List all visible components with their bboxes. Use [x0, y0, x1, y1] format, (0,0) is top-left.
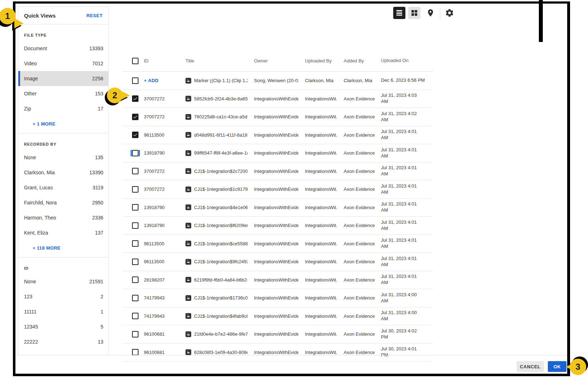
filter-item[interactable]: Fairchild, Nora 2950	[18, 195, 108, 210]
filter-item-count: 153	[95, 91, 103, 96]
row-id: 96100681	[144, 331, 165, 337]
row-title: CJ1$-1ntegration$1c91797...	[194, 186, 248, 192]
row-checkbox[interactable]	[132, 77, 138, 84]
image-file-icon	[185, 204, 191, 210]
row-checkbox[interactable]	[132, 150, 138, 156]
table-row[interactable]: 74179943 CJ1$-1ntegration$1736c05... Int…	[122, 289, 433, 307]
select-all-checkbox[interactable]	[132, 58, 138, 64]
table-row[interactable]: 74179943 CJ1$-1ntegration$4fab9cbf-... I…	[122, 307, 433, 326]
filter-item[interactable]: None 21591	[18, 274, 108, 289]
row-checkbox[interactable]	[132, 132, 138, 138]
filter-item[interactable]: 22222 13	[18, 334, 108, 349]
row-checkbox[interactable]	[132, 259, 138, 265]
evidence-table: ID Title Owner Uploaded By Added By Uplo…	[122, 50, 433, 362]
row-uploaded-on: Jul 31, 2023 4:01 AM	[375, 219, 433, 232]
row-added-by: Axon Evidence ...	[337, 259, 375, 264]
row-title: CJ1$-1ntegration$4e1e065...	[194, 205, 248, 210]
reset-button[interactable]: RESET	[86, 13, 103, 18]
column-header-id[interactable]: ID	[142, 58, 182, 63]
row-id: 13918790	[144, 150, 165, 156]
filter-item[interactable]: Video 7012	[18, 56, 108, 71]
settings-gear-icon[interactable]	[444, 8, 455, 18]
callout-1-number: 1	[0, 8, 16, 24]
filter-item[interactable]: 11111 1	[18, 304, 108, 319]
filter-item-count: 5	[100, 324, 103, 330]
row-id: 13918790	[144, 223, 165, 228]
table-row[interactable]: 37007272 760225d8-ca1c-43ce-a5de-e... In…	[122, 108, 433, 126]
image-file-icon	[185, 168, 191, 174]
show-more-link[interactable]: + 118 MORE	[18, 240, 108, 254]
row-checkbox[interactable]	[132, 331, 138, 337]
grid-view-button[interactable]	[408, 7, 420, 19]
table-row[interactable]: 96100681 21fd0e4e-b7e2-486e-9fe7-c... In…	[122, 325, 433, 344]
filter-item[interactable]: Clarkson, Mia 13390	[18, 165, 108, 180]
table-row[interactable]: 28198207 6219f9fd-f6b0-4a84-b6b2-7... In…	[122, 271, 433, 289]
table-row[interactable]: 13918790 99ff6547-ff8f-4e3f-a6ee-1d5... …	[122, 144, 433, 162]
row-added-by: Axon Evidence ...	[337, 132, 375, 138]
row-uploaded-on: Jul 30, 2023 4:01 PM	[375, 346, 433, 358]
table-row[interactable]: 96113500 CJ1$-1ntegration$ce55883... Int…	[122, 235, 433, 253]
dialog-border-bottom	[13, 374, 570, 376]
filter-item-count: 13	[98, 339, 103, 345]
table-row[interactable]: + ADD Marker ((Clip 1.1) (Clip 1.2) (...…	[122, 72, 433, 90]
column-header-uploaded-on[interactable]: Uploaded On	[375, 58, 433, 64]
row-checkbox[interactable]	[132, 222, 138, 229]
table-row[interactable]: 96113500 d048d991-6f11-411f-8a18-a... In…	[122, 126, 433, 145]
filter-item-count: 21591	[89, 279, 103, 284]
show-more-link[interactable]: + 1 MORE	[18, 116, 108, 129]
table-row[interactable]: 13918790 CJ1$-1ntegration$4e1e065... Int…	[122, 199, 433, 217]
row-uploaded-by: IntegrationsWit...	[298, 96, 337, 101]
row-checkbox[interactable]	[132, 168, 138, 174]
column-header-owner[interactable]: Owner	[248, 58, 298, 63]
table-row[interactable]: 37007272 5852fcb5-2f24-4b3e-8a65-7... In…	[122, 90, 433, 108]
filter-item[interactable]: Kent, Eliza 137	[18, 225, 108, 240]
filter-item[interactable]: None 135	[18, 150, 108, 165]
row-uploaded-on: Jul 31, 2023 4:01 AM	[375, 237, 433, 250]
list-view-icon	[396, 10, 402, 16]
filter-item[interactable]: Document 13393	[18, 41, 108, 56]
filter-item-name: Video	[24, 61, 37, 66]
row-checkbox[interactable]	[132, 349, 138, 355]
list-view-button[interactable]	[393, 7, 405, 19]
row-title: CJ1$-1ntegration$9fc24924...	[194, 259, 248, 264]
table-row[interactable]: 37007272 CJ1$-1ntegration$2c7200b... Int…	[122, 162, 433, 181]
column-header-added-by[interactable]: Added By	[337, 58, 375, 63]
cancel-button[interactable]: CANCEL	[517, 361, 544, 372]
column-header-title[interactable]: Title	[182, 58, 248, 63]
filter-item-count: 2336	[92, 215, 103, 221]
filter-item-count: 2256	[92, 76, 103, 81]
table-row[interactable]: 37007272 CJ1$-1ntegration$1c91797... Int…	[122, 180, 433, 199]
filter-item[interactable]: Image 2256	[18, 71, 108, 86]
column-header-uploaded-by[interactable]: Uploaded By	[298, 58, 337, 63]
filter-item[interactable]: Other 153	[18, 86, 108, 101]
row-checkbox[interactable]	[132, 114, 138, 120]
image-file-icon	[185, 295, 191, 301]
filter-item-name: Kent, Eliza	[24, 230, 48, 236]
row-uploaded-by: IntegrationsWit...	[298, 150, 337, 156]
row-uploaded-by: IntegrationsWit...	[298, 114, 337, 119]
row-checkbox[interactable]	[132, 313, 138, 319]
scrollbar-thumb[interactable]	[539, 0, 543, 42]
row-owner: IntegrationsWithEviden...	[248, 277, 298, 283]
row-checkbox[interactable]	[132, 295, 138, 301]
row-checkbox[interactable]	[132, 204, 138, 211]
image-file-icon	[185, 132, 191, 138]
row-checkbox[interactable]	[132, 186, 138, 193]
dialog-border-top	[13, 1, 570, 4]
filter-item[interactable]: Harmon, Theo 2336	[18, 210, 108, 225]
filter-item[interactable]: 12345 5	[18, 319, 108, 334]
image-file-icon	[185, 223, 191, 228]
row-checkbox[interactable]	[132, 277, 138, 283]
filter-item-name: Fairchild, Nora	[24, 200, 57, 205]
table-row[interactable]: 96100681 628c08f3-1e09-4a30-808e-0... In…	[122, 344, 433, 362]
filter-item[interactable]: 123 2	[18, 289, 108, 304]
filter-section-label: FILE TYPE	[18, 24, 108, 41]
table-row[interactable]: 13918790 CJ1$-1ntegration$f6209e8b... In…	[122, 217, 433, 235]
filter-item[interactable]: Zip 17	[18, 101, 108, 116]
row-checkbox[interactable]	[132, 240, 138, 247]
filter-item[interactable]: Grant, Lucas 3119	[18, 180, 108, 195]
row-uploaded-on: Jul 30, 2023 4:02 PM	[375, 328, 433, 340]
table-row[interactable]: 96113500 CJ1$-1ntegration$9fc24924... In…	[122, 253, 433, 271]
add-button[interactable]: + ADD	[144, 78, 159, 83]
map-pin-icon[interactable]	[425, 8, 436, 18]
